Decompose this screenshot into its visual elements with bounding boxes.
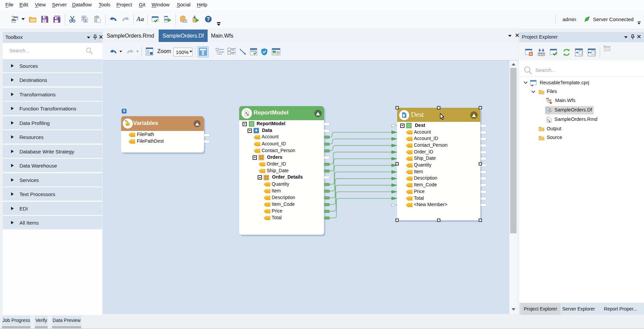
svg-text:?: ? [207,16,210,22]
svg-text:0101: 0101 [251,50,256,53]
svg-text:Aa: Aa [136,15,144,22]
